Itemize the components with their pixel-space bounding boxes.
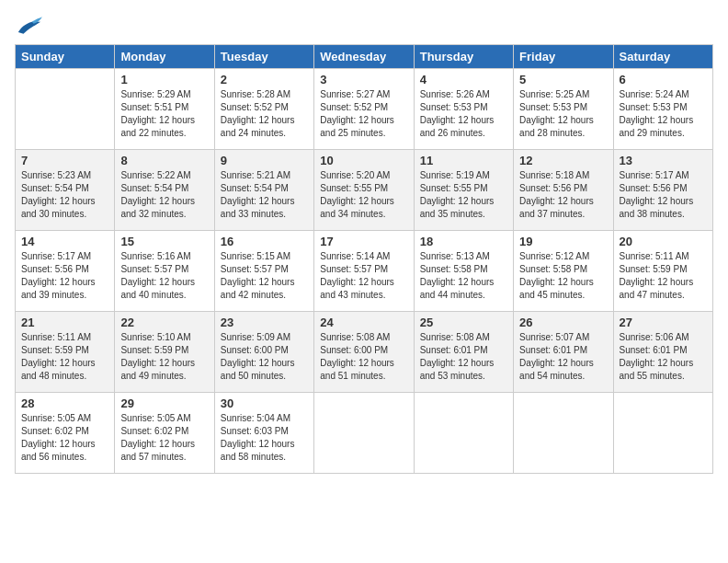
calendar-cell: 27Sunrise: 5:06 AMSunset: 6:01 PMDayligh… xyxy=(613,312,712,393)
day-info: Sunrise: 5:05 AMSunset: 6:02 PMDaylight:… xyxy=(21,412,108,464)
day-number: 2 xyxy=(221,73,308,86)
day-info: Sunrise: 5:14 AMSunset: 5:57 PMDaylight:… xyxy=(320,250,407,302)
day-info: Sunrise: 5:18 AMSunset: 5:56 PMDaylight:… xyxy=(519,169,607,221)
calendar-cell: 9Sunrise: 5:21 AMSunset: 5:54 PMDaylight… xyxy=(214,150,313,231)
calendar-cell: 22Sunrise: 5:10 AMSunset: 5:59 PMDayligh… xyxy=(115,312,214,393)
day-info: Sunrise: 5:20 AMSunset: 5:55 PMDaylight:… xyxy=(320,169,407,221)
calendar-cell: 16Sunrise: 5:15 AMSunset: 5:57 PMDayligh… xyxy=(214,231,313,312)
day-info: Sunrise: 5:12 AMSunset: 5:58 PMDaylight:… xyxy=(519,250,607,302)
day-number: 16 xyxy=(221,235,308,248)
calendar-cell xyxy=(613,393,712,474)
day-number: 28 xyxy=(21,396,108,410)
calendar-cell: 25Sunrise: 5:08 AMSunset: 6:01 PMDayligh… xyxy=(414,312,513,393)
day-number: 18 xyxy=(420,235,507,248)
day-number: 20 xyxy=(620,235,707,248)
calendar-cell: 3Sunrise: 5:27 AMSunset: 5:52 PMDaylight… xyxy=(314,69,414,150)
calendar-cell: 19Sunrise: 5:12 AMSunset: 5:58 PMDayligh… xyxy=(514,231,613,312)
calendar-cell xyxy=(314,393,414,474)
weekday-header-thursday: Thursday xyxy=(414,45,513,69)
week-row-5: 28Sunrise: 5:05 AMSunset: 6:02 PMDayligh… xyxy=(16,393,713,474)
day-info: Sunrise: 5:17 AMSunset: 5:56 PMDaylight:… xyxy=(620,169,707,221)
day-number: 17 xyxy=(320,235,407,248)
calendar-cell: 14Sunrise: 5:17 AMSunset: 5:56 PMDayligh… xyxy=(16,231,115,312)
page-header xyxy=(15,15,713,37)
day-number: 9 xyxy=(221,154,308,167)
day-info: Sunrise: 5:05 AMSunset: 6:02 PMDaylight:… xyxy=(120,412,208,464)
day-info: Sunrise: 5:10 AMSunset: 5:59 PMDaylight:… xyxy=(120,331,208,383)
day-number: 1 xyxy=(120,73,208,86)
weekday-header-saturday: Saturday xyxy=(613,45,712,69)
day-number: 12 xyxy=(519,154,607,167)
day-info: Sunrise: 5:25 AMSunset: 5:53 PMDaylight:… xyxy=(519,88,607,140)
day-info: Sunrise: 5:15 AMSunset: 5:57 PMDaylight:… xyxy=(221,250,308,302)
day-info: Sunrise: 5:08 AMSunset: 6:00 PMDaylight:… xyxy=(320,331,407,383)
day-info: Sunrise: 5:13 AMSunset: 5:58 PMDaylight:… xyxy=(420,250,507,302)
day-number: 29 xyxy=(120,396,208,410)
day-info: Sunrise: 5:09 AMSunset: 6:00 PMDaylight:… xyxy=(221,331,308,383)
calendar-cell xyxy=(414,393,513,474)
day-number: 15 xyxy=(120,235,208,248)
day-number: 22 xyxy=(120,316,208,329)
day-number: 4 xyxy=(420,73,507,86)
day-number: 7 xyxy=(21,154,108,167)
week-row-2: 7Sunrise: 5:23 AMSunset: 5:54 PMDaylight… xyxy=(16,150,713,231)
day-number: 5 xyxy=(519,73,607,86)
day-number: 24 xyxy=(320,316,407,329)
calendar-cell: 8Sunrise: 5:22 AMSunset: 5:54 PMDaylight… xyxy=(115,150,214,231)
day-number: 11 xyxy=(420,154,507,167)
calendar-cell: 15Sunrise: 5:16 AMSunset: 5:57 PMDayligh… xyxy=(115,231,214,312)
weekday-header-monday: Monday xyxy=(115,45,214,69)
calendar-cell: 11Sunrise: 5:19 AMSunset: 5:55 PMDayligh… xyxy=(414,150,513,231)
day-info: Sunrise: 5:11 AMSunset: 5:59 PMDaylight:… xyxy=(620,250,707,302)
calendar-cell: 28Sunrise: 5:05 AMSunset: 6:02 PMDayligh… xyxy=(16,393,115,474)
day-number: 21 xyxy=(21,316,108,329)
day-info: Sunrise: 5:04 AMSunset: 6:03 PMDaylight:… xyxy=(221,412,308,464)
calendar-cell xyxy=(16,69,115,150)
day-number: 26 xyxy=(519,316,607,329)
day-number: 23 xyxy=(221,316,308,329)
day-info: Sunrise: 5:11 AMSunset: 5:59 PMDaylight:… xyxy=(21,331,108,383)
day-info: Sunrise: 5:22 AMSunset: 5:54 PMDaylight:… xyxy=(120,169,208,221)
day-info: Sunrise: 5:27 AMSunset: 5:52 PMDaylight:… xyxy=(320,88,407,140)
day-info: Sunrise: 5:29 AMSunset: 5:51 PMDaylight:… xyxy=(120,88,208,140)
weekday-header-row: SundayMondayTuesdayWednesdayThursdayFrid… xyxy=(16,45,713,69)
calendar-cell: 5Sunrise: 5:25 AMSunset: 5:53 PMDaylight… xyxy=(514,69,613,150)
calendar-table: SundayMondayTuesdayWednesdayThursdayFrid… xyxy=(15,44,713,474)
calendar-cell: 18Sunrise: 5:13 AMSunset: 5:58 PMDayligh… xyxy=(414,231,513,312)
day-info: Sunrise: 5:08 AMSunset: 6:01 PMDaylight:… xyxy=(420,331,507,383)
weekday-header-sunday: Sunday xyxy=(16,45,115,69)
calendar-cell: 24Sunrise: 5:08 AMSunset: 6:00 PMDayligh… xyxy=(314,312,414,393)
week-row-4: 21Sunrise: 5:11 AMSunset: 5:59 PMDayligh… xyxy=(16,312,713,393)
day-number: 27 xyxy=(620,316,707,329)
day-info: Sunrise: 5:23 AMSunset: 5:54 PMDaylight:… xyxy=(21,169,108,221)
calendar-cell: 29Sunrise: 5:05 AMSunset: 6:02 PMDayligh… xyxy=(115,393,214,474)
day-number: 13 xyxy=(620,154,707,167)
day-info: Sunrise: 5:07 AMSunset: 6:01 PMDaylight:… xyxy=(519,331,607,383)
day-number: 19 xyxy=(519,235,607,248)
calendar-cell: 12Sunrise: 5:18 AMSunset: 5:56 PMDayligh… xyxy=(514,150,613,231)
calendar-cell: 2Sunrise: 5:28 AMSunset: 5:52 PMDaylight… xyxy=(214,69,313,150)
weekday-header-tuesday: Tuesday xyxy=(214,45,313,69)
day-info: Sunrise: 5:19 AMSunset: 5:55 PMDaylight:… xyxy=(420,169,507,221)
day-number: 14 xyxy=(21,235,108,248)
logo-bird-icon xyxy=(17,15,42,37)
weekday-header-friday: Friday xyxy=(514,45,613,69)
day-number: 30 xyxy=(221,396,308,410)
day-info: Sunrise: 5:28 AMSunset: 5:52 PMDaylight:… xyxy=(221,88,308,140)
calendar-cell: 21Sunrise: 5:11 AMSunset: 5:59 PMDayligh… xyxy=(16,312,115,393)
week-row-1: 1Sunrise: 5:29 AMSunset: 5:51 PMDaylight… xyxy=(16,69,713,150)
day-info: Sunrise: 5:16 AMSunset: 5:57 PMDaylight:… xyxy=(120,250,208,302)
calendar-cell: 1Sunrise: 5:29 AMSunset: 5:51 PMDaylight… xyxy=(115,69,214,150)
day-number: 25 xyxy=(420,316,507,329)
day-info: Sunrise: 5:17 AMSunset: 5:56 PMDaylight:… xyxy=(21,250,108,302)
calendar-cell: 6Sunrise: 5:24 AMSunset: 5:53 PMDaylight… xyxy=(613,69,712,150)
day-number: 10 xyxy=(320,154,407,167)
day-info: Sunrise: 5:06 AMSunset: 6:01 PMDaylight:… xyxy=(620,331,707,383)
day-number: 8 xyxy=(120,154,208,167)
calendar-cell: 20Sunrise: 5:11 AMSunset: 5:59 PMDayligh… xyxy=(613,231,712,312)
calendar-cell: 30Sunrise: 5:04 AMSunset: 6:03 PMDayligh… xyxy=(214,393,313,474)
calendar-cell: 17Sunrise: 5:14 AMSunset: 5:57 PMDayligh… xyxy=(314,231,414,312)
calendar-cell: 7Sunrise: 5:23 AMSunset: 5:54 PMDaylight… xyxy=(16,150,115,231)
weekday-header-wednesday: Wednesday xyxy=(314,45,414,69)
calendar-cell: 26Sunrise: 5:07 AMSunset: 6:01 PMDayligh… xyxy=(514,312,613,393)
